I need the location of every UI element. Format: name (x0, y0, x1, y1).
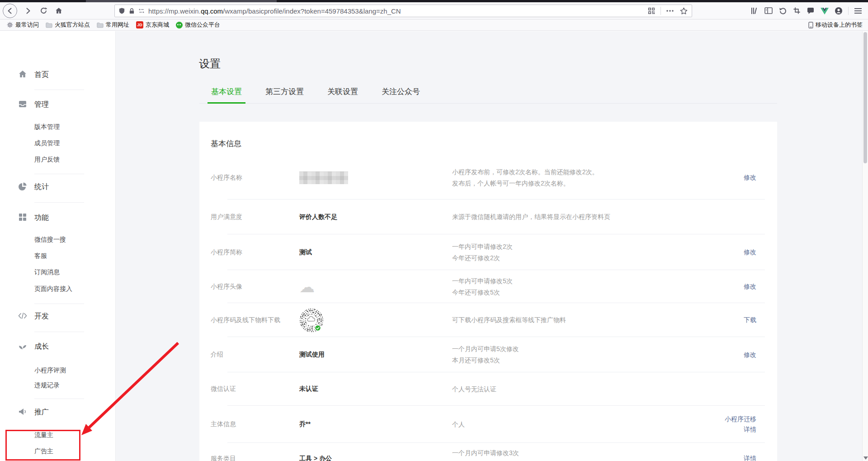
permissions-icon[interactable] (138, 8, 145, 14)
sidebar-panel-icon[interactable] (764, 6, 773, 15)
home-icon (18, 70, 27, 79)
url-bar[interactable]: https://mp.weixin.qq.com/wxamp/basicprof… (114, 5, 692, 17)
row-service-category: 服务类目 工具 > 办公 一个月内可申请修改3次 本月还可修改3次 详情 (199, 443, 777, 461)
basic-info-card: 基本信息 小程序名称 小程序发布前，可修改2次名称。当前还能修改2次。 发布后，… (199, 122, 777, 461)
sidebar-item-manage[interactable]: 管理 (34, 100, 49, 109)
row-user-satisfaction: 用户满意度 评价人数不足 来源于微信随机邀请的用户，结果将显示在小程序资料页 (199, 200, 777, 234)
row-label: 服务类目 (211, 455, 299, 461)
sidebar-item-features[interactable]: 功能 (34, 213, 49, 223)
sidebar-item-member-manage[interactable]: 成员管理 (34, 139, 60, 147)
bookmark-wechat-mp[interactable]: 微信公众平台 (176, 21, 220, 29)
mobile-bookmarks[interactable]: 移动设备上的书签 (808, 21, 863, 29)
folder-icon (97, 22, 104, 28)
bookmark-star-icon[interactable] (679, 6, 688, 15)
row-value: 测试 (299, 248, 452, 257)
row-wechat-verification: 微信认证 未认证 个人号无法认证 (199, 372, 777, 406)
miniprogram-qr-code (299, 308, 324, 333)
annotation-box (5, 430, 80, 461)
tab-basic-settings[interactable]: 基本设置 (208, 86, 245, 104)
sidebar-item-page-content[interactable]: 页面内容接入 (34, 285, 72, 293)
screenshot-crop-icon[interactable] (792, 6, 801, 15)
lock-icon[interactable] (129, 8, 135, 14)
miniprogram-migration-link[interactable]: 小程序迁移 (702, 414, 756, 424)
row-label: 小程序头像 (211, 283, 299, 291)
sidebar-divider (34, 174, 84, 174)
bookmark-label: 微信公众平台 (185, 21, 220, 29)
menu-hamburger-icon[interactable] (854, 6, 863, 15)
modify-link[interactable]: 修改 (702, 350, 756, 360)
gear-icon (7, 22, 13, 28)
sidebar-item-develop[interactable]: 开发 (34, 312, 49, 321)
bookmark-label: 火狐官方站点 (55, 21, 90, 29)
reload-button[interactable] (39, 6, 48, 15)
row-help: 个人号无法认证 (452, 384, 702, 395)
folder-icon (46, 22, 52, 28)
row-help: 个人 (452, 419, 702, 430)
account-profile-icon[interactable] (834, 6, 843, 15)
tab-follow-official-account[interactable]: 关注公众号 (378, 86, 424, 103)
pie-chart-icon (18, 182, 27, 191)
bookmark-folder-firefox[interactable]: 火狐官方站点 (46, 21, 90, 29)
sidebar-item-customer-service[interactable]: 客服 (34, 252, 47, 260)
page-scrollbar[interactable] (862, 31, 868, 461)
sidebar-item-version-manage[interactable]: 版本管理 (34, 123, 60, 131)
sidebar-item-growth[interactable]: 成长 (34, 342, 49, 352)
scrollbar-down-arrow[interactable] (863, 456, 868, 460)
sidebar-nav: 首页 管理 版本管理 成员管理 用户反馈 统计 功能 微信搜一搜 客服 订阅消息… (0, 31, 116, 461)
row-value: 测试使用 (299, 351, 452, 359)
undo-history-icon[interactable] (778, 6, 787, 15)
row-value: 评价人数不足 (299, 213, 452, 221)
library-icon[interactable] (750, 6, 759, 15)
row-help: 来源于微信随机邀请的用户，结果将显示在小程序资料页 (452, 211, 702, 223)
sidebar-item-statistics[interactable]: 统计 (34, 182, 49, 192)
tab-third-party-settings[interactable]: 第三方设置 (262, 86, 307, 103)
grid-icon (18, 213, 27, 222)
row-value: 未认证 (299, 385, 452, 393)
row-miniprogram-short-name: 小程序简称 测试 一年内可申请修改2次 今年还可修改2次 修改 (199, 234, 777, 270)
row-miniprogram-code: 小程序码及线下物料下载 (199, 303, 777, 337)
details-link[interactable]: 详情 (702, 453, 756, 461)
browser-window: https://mp.weixin.qq.com/wxamp/basicprof… (0, 0, 868, 461)
chat-bubble-icon[interactable] (806, 6, 815, 15)
phone-icon (808, 22, 813, 29)
page-title: 设置 (199, 57, 221, 71)
qr-share-icon[interactable] (647, 6, 656, 15)
sidebar-item-promotion[interactable]: 推广 (34, 408, 49, 417)
forward-button[interactable] (24, 6, 33, 15)
sidebar-divider (34, 332, 84, 332)
bookmark-label: 移动设备上的书签 (816, 21, 863, 29)
row-help: 可下载小程序码及搜索框等线下推广物料 (452, 314, 702, 326)
sidebar-item-user-feedback[interactable]: 用户反馈 (34, 156, 60, 164)
sidebar-item-wechat-search[interactable]: 微信搜一搜 (34, 236, 66, 244)
download-link[interactable]: 下载 (702, 315, 756, 325)
row-help: 一个月内可申请5次修改 本月还可修改5次 (452, 343, 702, 366)
scrollbar-thumb[interactable] (863, 32, 867, 163)
bookmark-jd[interactable]: JD 京东商城 (136, 21, 169, 29)
wechat-icon (176, 22, 183, 29)
modify-link[interactable]: 修改 (702, 172, 756, 183)
row-value: 工具 > 办公 (299, 455, 452, 461)
sidebar-divider (34, 304, 84, 304)
tracking-shield-icon[interactable] (118, 7, 125, 14)
sidebar-divider (34, 90, 84, 90)
modify-link[interactable]: 修改 (702, 281, 756, 292)
sidebar-item-miniprogram-review[interactable]: 小程序评测 (34, 366, 66, 375)
details-link[interactable]: 详情 (702, 424, 756, 435)
sidebar-item-subscribe-message[interactable]: 订阅消息 (34, 268, 60, 276)
back-button[interactable] (3, 4, 17, 18)
sidebar-item-violation-records[interactable]: 违规记录 (34, 381, 60, 390)
sidebar-item-home[interactable]: 首页 (34, 70, 49, 80)
home-button[interactable] (54, 6, 63, 15)
modify-link[interactable]: 修改 (702, 247, 756, 257)
row-label: 微信认证 (211, 385, 299, 393)
url-text[interactable]: https://mp.weixin.qq.com/wxamp/basicprof… (148, 7, 647, 15)
row-label: 小程序简称 (211, 248, 299, 257)
bookmark-most-visited[interactable]: 最常访问 (7, 21, 39, 29)
tab-related-settings[interactable]: 关联设置 (324, 86, 362, 103)
vue-devtools-icon[interactable] (820, 6, 829, 15)
row-label: 主体信息 (211, 420, 299, 428)
bookmark-folder-common[interactable]: 常用网址 (97, 21, 129, 29)
page-actions-icon[interactable] (665, 6, 675, 15)
bookmark-label: 最常访问 (15, 21, 39, 29)
jd-icon: JD (136, 21, 143, 29)
